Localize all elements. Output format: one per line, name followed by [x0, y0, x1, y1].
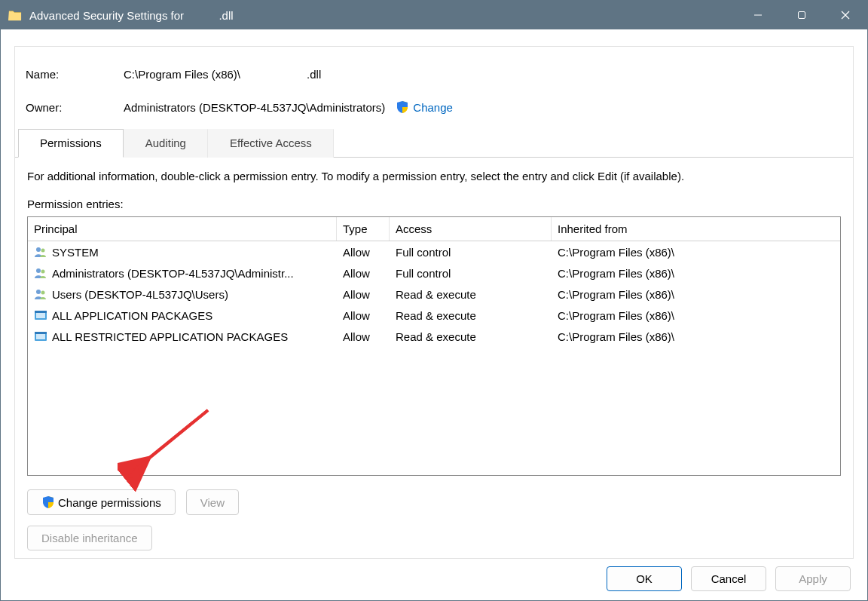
principal-text: Users (DESKTOP-4L537JQ\Users)	[52, 288, 228, 301]
cell-access: Full control	[390, 265, 552, 281]
principal-text: Administrators (DESKTOP-4L537JQ\Administ…	[52, 267, 294, 280]
tab-strip: Permissions Auditing Effective Access	[15, 128, 853, 158]
cell-inherited: C:\Program Files (x86)\	[552, 308, 840, 323]
tab-auditing[interactable]: Auditing	[124, 129, 208, 158]
cell-principal: ALL APPLICATION PACKAGES	[28, 307, 337, 323]
col-access[interactable]: Access	[390, 217, 552, 241]
svg-point-4	[36, 247, 41, 252]
principal-text: SYSTEM	[52, 246, 99, 259]
main-panel: Name: C:\Program Files (x86)\.dll Owner:…	[14, 46, 854, 559]
svg-rect-11	[36, 312, 45, 318]
col-type[interactable]: Type	[337, 217, 390, 241]
principal-text: ALL RESTRICTED APPLICATION PACKAGES	[52, 330, 288, 343]
name-row: Name: C:\Program Files (x86)\.dll	[26, 57, 842, 90]
principal-text: ALL APPLICATION PACKAGES	[52, 309, 212, 322]
cell-type: Allow	[337, 287, 390, 302]
close-button[interactable]	[824, 1, 867, 29]
cell-inherited: C:\Program Files (x86)\	[552, 244, 840, 260]
tab-permissions[interactable]: Permissions	[18, 129, 124, 158]
col-principal[interactable]: Principal	[28, 217, 337, 241]
dialog-footer-buttons: OK Cancel Apply	[14, 566, 854, 591]
owner-value: Administrators (DESKTOP-4L537JQ\Administ…	[124, 101, 385, 114]
content-area: Name: C:\Program Files (x86)\.dll Owner:…	[1, 29, 867, 600]
permissions-tab-body: For additional information, double-click…	[15, 158, 853, 558]
users-icon	[34, 245, 47, 259]
shield-icon	[396, 100, 409, 114]
cell-principal: Administrators (DESKTOP-4L537JQ\Administ…	[28, 265, 337, 281]
owner-label: Owner:	[26, 101, 124, 114]
info-text: For additional information, double-click…	[27, 170, 841, 182]
svg-point-8	[36, 290, 41, 294]
action-button-row: Change permissions View	[27, 489, 841, 515]
svg-rect-1	[799, 12, 805, 19]
svg-rect-14	[36, 333, 45, 339]
svg-point-7	[41, 270, 45, 274]
cell-type: Allow	[337, 265, 390, 281]
name-label: Name:	[26, 68, 124, 81]
package-icon	[34, 308, 47, 322]
disable-inheritance-button[interactable]: Disable inheritance	[27, 526, 152, 550]
cell-principal: Users (DESKTOP-4L537JQ\Users)	[28, 286, 337, 302]
cell-principal: ALL RESTRICTED APPLICATION PACKAGES	[28, 328, 337, 345]
cancel-button[interactable]: Cancel	[691, 566, 766, 591]
owner-value-group: Administrators (DESKTOP-4L537JQ\Administ…	[124, 100, 453, 114]
maximize-button[interactable]	[780, 1, 824, 29]
svg-point-9	[41, 291, 45, 295]
change-permissions-label: Change permissions	[58, 496, 161, 509]
users-icon	[34, 287, 47, 301]
package-icon	[34, 330, 47, 343]
folder-icon	[8, 9, 22, 21]
cell-inherited: C:\Program Files (x86)\	[552, 287, 840, 302]
svg-rect-12	[35, 311, 47, 313]
table-row[interactable]: ALL RESTRICTED APPLICATION PACKAGESAllow…	[28, 326, 840, 347]
view-button[interactable]: View	[186, 489, 239, 515]
titlebar: Advanced Security Settings for .dll	[1, 1, 867, 29]
change-link-text: Change	[413, 101, 453, 114]
cell-access: Read & execute	[390, 329, 552, 345]
col-inherited[interactable]: Inherited from	[552, 217, 840, 241]
entries-label: Permission entries:	[27, 198, 841, 210]
cell-principal: SYSTEM	[28, 244, 337, 260]
cell-type: Allow	[337, 244, 390, 260]
name-value: C:\Program Files (x86)\.dll	[124, 68, 321, 81]
title-prefix: Advanced Security Settings for	[29, 9, 184, 22]
table-row[interactable]: SYSTEMAllowFull controlC:\Program Files …	[28, 241, 840, 262]
cell-access: Full control	[390, 244, 552, 260]
owner-row: Owner: Administrators (DESKTOP-4L537JQ\A…	[26, 90, 842, 124]
cell-inherited: C:\Program Files (x86)\	[552, 329, 840, 345]
window-controls	[736, 1, 867, 29]
shield-icon	[41, 495, 55, 509]
users-icon	[34, 266, 47, 280]
svg-point-6	[36, 268, 41, 273]
cell-inherited: C:\Program Files (x86)\	[552, 265, 840, 281]
ok-button[interactable]: OK	[607, 566, 682, 591]
table-row[interactable]: Administrators (DESKTOP-4L537JQ\Administ…	[28, 262, 840, 284]
name-path-suffix: .dll	[307, 68, 321, 81]
permission-entries-grid[interactable]: Principal Type Access Inherited from SYS…	[27, 216, 841, 476]
apply-button[interactable]: Apply	[775, 566, 851, 591]
cell-type: Allow	[337, 308, 390, 323]
change-permissions-button[interactable]: Change permissions	[27, 489, 176, 515]
table-row[interactable]: Users (DESKTOP-4L537JQ\Users)AllowRead &…	[28, 284, 840, 305]
change-owner-link[interactable]: Change	[396, 100, 453, 114]
grid-rows: SYSTEMAllowFull controlC:\Program Files …	[28, 241, 840, 347]
cell-type: Allow	[337, 329, 390, 345]
window-title: Advanced Security Settings for .dll	[29, 9, 234, 22]
table-row[interactable]: ALL APPLICATION PACKAGESAllowRead & exec…	[28, 305, 840, 326]
advanced-security-window: Advanced Security Settings for .dll Name…	[0, 0, 868, 601]
metadata-section: Name: C:\Program Files (x86)\.dll Owner:…	[15, 47, 853, 128]
svg-point-5	[41, 249, 45, 253]
minimize-button[interactable]	[736, 1, 780, 29]
grid-header-row: Principal Type Access Inherited from	[28, 217, 840, 241]
svg-rect-15	[35, 332, 47, 334]
cell-access: Read & execute	[390, 287, 552, 302]
name-path-prefix: C:\Program Files (x86)\	[124, 68, 240, 81]
inherit-button-row: Disable inheritance	[27, 526, 841, 550]
tab-effective-access[interactable]: Effective Access	[208, 129, 334, 158]
cell-access: Read & execute	[390, 308, 552, 323]
title-suffix: .dll	[219, 9, 233, 22]
